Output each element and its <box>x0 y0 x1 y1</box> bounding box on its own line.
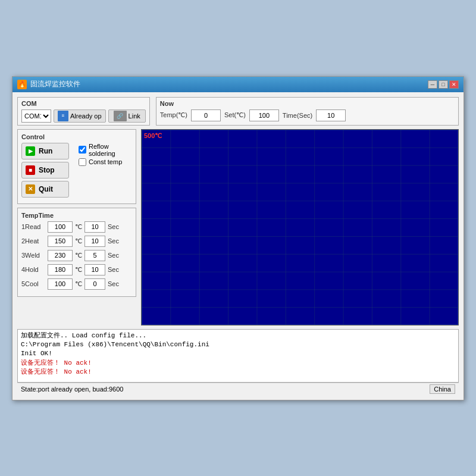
time-sec-label: Time(Sec) <box>283 112 312 119</box>
reflow-label: Reflow soldering <box>89 143 132 157</box>
now-label: Now <box>160 100 455 107</box>
already-open-button[interactable]: ≡ Already op <box>54 109 106 123</box>
const-temp-checkbox[interactable] <box>79 158 86 166</box>
status-bar: State:port already open, buad:9600 China <box>17 383 459 395</box>
temp-row-unit-1: ℃ <box>75 223 82 231</box>
run-icon <box>26 146 35 156</box>
com-label: COM <box>21 100 146 107</box>
control-section: Control Run Stop <box>17 129 136 204</box>
temp-row-time-unit-3: Sec <box>108 252 119 259</box>
control-label: Control <box>21 133 132 140</box>
temp-time-row-3: 3Weld ℃ Sec <box>21 250 132 261</box>
titlebar-controls: ─ □ ✕ <box>428 80 459 89</box>
temp-value-input[interactable] <box>191 109 221 121</box>
reflow-checkbox-row: Reflow soldering <box>79 143 132 157</box>
close-button[interactable]: ✕ <box>449 80 459 89</box>
china-button[interactable]: China <box>430 384 455 394</box>
stop-icon <box>26 165 35 175</box>
log-line-2: C:\Program Files (x86)\Tencent\QQ\Bin\co… <box>21 340 455 349</box>
bottom-area: 加载配置文件.. Load config file...C:\Program F… <box>17 329 459 395</box>
temp-row-id-5: 5Cool <box>21 280 45 287</box>
content: COM COM1 COM2 COM3 ≡ Already op 🔗 Link <box>12 92 464 400</box>
options-col: Reflow soldering Const temp <box>79 143 132 166</box>
com-row: COM1 COM2 COM3 ≡ Already op 🔗 Link <box>21 109 146 123</box>
now-row: Temp(℃) Set(℃) Time(Sec) <box>160 109 455 121</box>
temp-row-id-2: 2Heat <box>21 237 45 245</box>
quit-icon <box>26 184 35 194</box>
link-button[interactable]: 🔗 Link <box>108 109 146 123</box>
run-button[interactable]: Run <box>21 143 69 159</box>
log-line-3: Init OK! <box>21 349 455 358</box>
set-label: Set(℃) <box>224 111 246 119</box>
reflow-checkbox[interactable] <box>79 146 86 154</box>
temp-row-time-input-4[interactable] <box>84 264 105 275</box>
set-value-input[interactable] <box>249 109 279 121</box>
temp-row-time-input-5[interactable] <box>84 278 105 290</box>
temp-row-temp-input-2[interactable] <box>48 236 73 247</box>
titlebar: 🔥 固流焊监控软件 ─ □ ✕ <box>12 77 464 92</box>
minimize-button[interactable]: ─ <box>428 80 437 89</box>
temp-row-unit-3: ℃ <box>75 252 82 259</box>
const-temp-label: Const temp <box>89 158 122 165</box>
now-section: Now Temp(℃) Set(℃) Time(Sec) <box>156 97 459 126</box>
temp-row-id-4: 4Hold <box>21 266 45 273</box>
temp-row-unit-5: ℃ <box>75 280 82 288</box>
window-title: 固流焊监控软件 <box>30 79 80 89</box>
log-line-5: 设备无应答！ No ack! <box>21 368 455 377</box>
link-icon: 🔗 <box>114 111 127 121</box>
temp-row-id-1: 1Read <box>21 223 45 230</box>
temp-row-temp-input-3[interactable] <box>48 250 73 261</box>
already-label: Already op <box>70 112 102 120</box>
temp-row-unit-4: ℃ <box>75 266 82 274</box>
chart-grid-svg <box>142 130 458 325</box>
temp-row-id-3: 3Weld <box>21 252 45 259</box>
temp-row-time-unit-4: Sec <box>108 266 119 273</box>
temp-label: Temp(℃) <box>160 111 187 119</box>
com-port-select[interactable]: COM1 COM2 COM3 <box>21 109 51 123</box>
top-row: COM COM1 COM2 COM3 ≡ Already op 🔗 Link <box>17 97 459 126</box>
chart-500-label: 500℃ <box>144 132 162 140</box>
svg-rect-1 <box>142 130 458 325</box>
temp-row-time-unit-1: Sec <box>108 223 119 230</box>
stop-label: Stop <box>39 166 55 174</box>
control-inner: Run Stop Quit <box>21 143 132 200</box>
titlebar-left: 🔥 固流焊监控软件 <box>17 79 80 89</box>
already-icon: ≡ <box>58 111 68 121</box>
temp-time-label: TempTime <box>21 212 132 219</box>
temp-time-section: TempTime 1Read ℃ Sec 2Heat ℃ Sec 3Weld ℃… <box>17 208 136 297</box>
temp-time-rows: 1Read ℃ Sec 2Heat ℃ Sec 3Weld ℃ Sec 4Hol… <box>21 221 132 290</box>
main-window: 🔥 固流焊监控软件 ─ □ ✕ COM COM1 COM2 COM3 <box>12 76 464 400</box>
left-panel: Control Run Stop <box>17 129 136 325</box>
temp-row-temp-input-4[interactable] <box>48 264 73 275</box>
run-label: Run <box>39 147 52 155</box>
temp-time-row-4: 4Hold ℃ Sec <box>21 264 132 275</box>
main-area: Control Run Stop <box>17 129 459 325</box>
chart-area: 500℃ <box>141 129 459 325</box>
status-text: State:port already open, buad:9600 <box>21 386 123 393</box>
log-box: 加载配置文件.. Load config file...C:\Program F… <box>17 329 459 383</box>
ctrl-buttons: Run Stop Quit <box>21 143 69 200</box>
temp-row-time-unit-5: Sec <box>108 280 119 287</box>
stop-button[interactable]: Stop <box>21 162 69 178</box>
com-section: COM COM1 COM2 COM3 ≡ Already op 🔗 Link <box>17 97 150 126</box>
temp-row-time-unit-2: Sec <box>108 237 119 245</box>
link-label: Link <box>129 112 140 120</box>
temp-row-temp-input-1[interactable] <box>48 221 73 233</box>
temp-row-time-input-3[interactable] <box>84 250 105 261</box>
time-value-input[interactable] <box>316 109 346 121</box>
quit-button[interactable]: Quit <box>21 181 69 198</box>
temp-row-unit-2: ℃ <box>75 237 82 245</box>
temp-row-time-input-1[interactable] <box>84 221 105 233</box>
temp-row-temp-input-5[interactable] <box>48 278 73 290</box>
temp-time-row-2: 2Heat ℃ Sec <box>21 236 132 247</box>
log-line-1: 加载配置文件.. Load config file... <box>21 331 455 340</box>
log-line-4: 设备无应答！ No ack! <box>21 359 455 368</box>
const-temp-checkbox-row: Const temp <box>79 158 132 166</box>
temp-time-row-1: 1Read ℃ Sec <box>21 221 132 233</box>
quit-label: Quit <box>39 185 53 193</box>
restore-button[interactable]: □ <box>439 80 448 89</box>
log-lines: 加载配置文件.. Load config file...C:\Program F… <box>21 331 455 377</box>
temp-row-time-input-2[interactable] <box>84 236 105 247</box>
app-icon: 🔥 <box>17 80 27 89</box>
temp-time-row-5: 5Cool ℃ Sec <box>21 278 132 290</box>
